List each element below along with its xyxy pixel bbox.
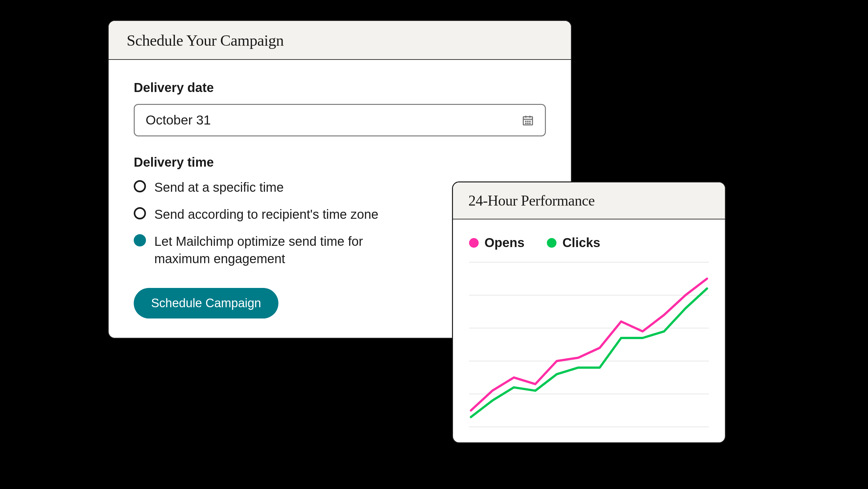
legend-label: Clicks: [562, 235, 600, 250]
svg-point-5: [528, 121, 528, 122]
calendar-icon[interactable]: [522, 114, 534, 126]
svg-point-7: [526, 123, 526, 123]
radio-icon: [134, 207, 146, 220]
performance-card: 24-Hour Performance OpensClicks: [452, 181, 726, 443]
delivery-date-label: Delivery date: [134, 80, 546, 95]
delivery-date-input[interactable]: October 31: [134, 104, 546, 136]
svg-point-8: [528, 123, 528, 123]
radio-label: Let Mailchimp optimize send time for max…: [154, 233, 418, 267]
chart-legend: OpensClicks: [469, 235, 709, 250]
schedule-card-title: Schedule Your Campaign: [108, 21, 571, 60]
svg-point-9: [529, 123, 530, 123]
legend-label: Opens: [485, 235, 524, 250]
delivery-date-value: October 31: [146, 113, 211, 128]
svg-point-4: [526, 121, 526, 122]
svg-point-6: [529, 121, 530, 122]
radio-label: Send according to recipient's time zone: [154, 206, 378, 223]
legend-item-clicks: Clicks: [547, 235, 600, 250]
performance-card-title: 24-Hour Performance: [453, 182, 725, 220]
chart-series-opens: [471, 279, 707, 410]
legend-dot-icon: [469, 238, 479, 248]
radio-label: Send at a specific time: [154, 178, 283, 196]
legend-item-opens: Opens: [469, 235, 524, 250]
delivery-time-label: Delivery time: [134, 155, 546, 170]
legend-dot-icon: [547, 238, 557, 248]
radio-icon: [134, 234, 146, 247]
radio-icon: [134, 180, 146, 192]
performance-chart: [469, 261, 709, 428]
schedule-campaign-button[interactable]: Schedule Campaign: [134, 288, 278, 318]
performance-card-body: OpensClicks: [453, 220, 725, 442]
